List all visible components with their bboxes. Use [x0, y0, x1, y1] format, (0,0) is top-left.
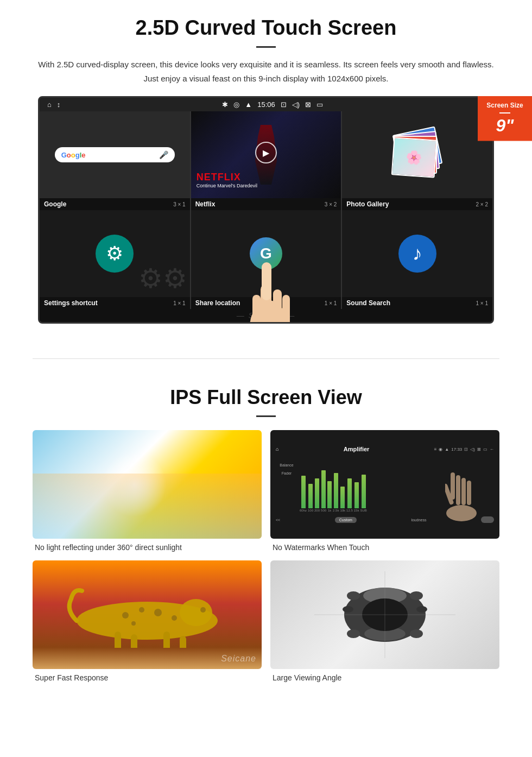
- eq-bar-9: [354, 482, 359, 508]
- eq-bar-3: [315, 478, 319, 508]
- sunlight-card-wrapper: No light reflecting under 360° direct su…: [33, 430, 262, 552]
- seicane-watermark: Seicane: [221, 654, 256, 664]
- custom-btn[interactable]: Custom: [335, 517, 357, 523]
- loudness-toggle[interactable]: [481, 516, 494, 523]
- settings-label: Settings shortcut 1 × 1: [40, 297, 190, 309]
- sound-app-size: 1 × 1: [476, 300, 488, 306]
- badge-label: Screen Size: [482, 102, 528, 110]
- svg-rect-9: [467, 481, 471, 505]
- svg-point-30: [347, 591, 360, 600]
- gallery-app-name: Photo Gallery: [346, 200, 389, 208]
- amp-main: Balance Fader 60hz 100: [276, 458, 494, 512]
- google-logo: Google: [61, 151, 86, 159]
- clock: 15:06: [257, 100, 275, 109]
- share-cell[interactable]: G: [191, 210, 341, 297]
- svg-rect-21: [131, 634, 137, 648]
- play-button[interactable]: ▶: [255, 142, 277, 163]
- svg-rect-4: [252, 295, 261, 324]
- fader-label: Fader: [276, 471, 297, 475]
- sound-label: Sound Search 1 × 1: [342, 297, 492, 309]
- section1-description: With 2.5D curved-display screen, this de…: [33, 58, 499, 85]
- car-image: [270, 560, 499, 669]
- netflix-cell[interactable]: ▶ NETFLIX Continue Marvel's Daredevil: [191, 111, 341, 198]
- settings-cell-inner: ⚙ ⚙⚙: [40, 210, 190, 297]
- gallery-label: Photo Gallery 2 × 2: [342, 198, 492, 210]
- svg-point-16: [172, 615, 177, 621]
- ghost-settings-icon: ⚙⚙: [138, 263, 187, 294]
- svg-rect-22: [163, 632, 170, 648]
- eq-bar-2: [308, 484, 313, 508]
- sky-gradient: [33, 474, 262, 539]
- svg-rect-7: [456, 475, 460, 505]
- bluetooth-icon: ✱: [222, 100, 228, 109]
- close-icon: ⊠: [305, 100, 311, 109]
- amplifier-card-wrapper: ⌂ Amplifier ≡◉▲17:33⊡◁)⊠▭← Balance Fader: [270, 430, 499, 552]
- amp-controls: ≡◉▲17:33⊡◁)⊠▭←: [434, 447, 494, 452]
- netflix-label: Netflix 3 × 2: [191, 198, 341, 210]
- photo-stack: 🌸: [390, 128, 445, 182]
- settings-icon-circle: ⚙: [96, 235, 134, 273]
- amp-header: ⌂ Amplifier ≡◉▲17:33⊡◁)⊠▭←: [276, 446, 494, 452]
- sound-cell[interactable]: ♪: [342, 210, 492, 297]
- gallery-app-size: 2 × 2: [476, 201, 488, 207]
- amp-title: Amplifier: [344, 446, 370, 452]
- section-divider: [33, 358, 499, 359]
- badge-divider: [499, 112, 510, 113]
- app-grid-row1: Google 🎤 ▶ N: [40, 111, 492, 198]
- device-screen: ⌂ ↕ ✱ ◎ ▲ 15:06 ⊡ ◁) ⊠ ▭: [38, 96, 494, 324]
- section1-title: 2.5D Curved Touch Screen: [33, 16, 499, 40]
- amplifier-caption: No Watermarks When Touch: [270, 543, 499, 552]
- photo-card-4: 🌸: [391, 137, 437, 178]
- music-note-icon: ♪: [413, 242, 422, 265]
- window-icon: ▭: [316, 100, 323, 109]
- section2-title: IPS Full Screen View: [33, 386, 499, 409]
- share-cell-inner: G: [191, 210, 341, 297]
- settings-app-size: 1 × 1: [173, 300, 186, 306]
- google-cell-inner: Google 🎤: [40, 111, 190, 198]
- sound-cell-inner: ♪: [342, 210, 492, 297]
- svg-point-15: [154, 609, 162, 616]
- location-icon: ◎: [233, 100, 239, 109]
- cheetah-caption: Super Fast Response: [33, 673, 262, 682]
- car-card: [270, 560, 499, 669]
- gallery-cell-inner: 🌸: [342, 111, 492, 198]
- cheetah-image: Seicane: [33, 560, 262, 669]
- home-icon[interactable]: ⌂: [47, 100, 52, 109]
- car-caption: Large Viewing Angle: [270, 673, 499, 682]
- google-search-bar[interactable]: Google 🎤: [55, 147, 175, 162]
- settings-cell[interactable]: ⚙ ⚙⚙: [40, 210, 190, 297]
- amp-home-icon: ⌂: [276, 446, 278, 452]
- settings-app-name: Settings shortcut: [44, 299, 98, 307]
- loudness-label: loudness: [411, 518, 426, 522]
- hand-on-screen: [445, 472, 478, 522]
- netflix-subtitle: Continue Marvel's Daredevil: [197, 183, 257, 188]
- google-app-name: Google: [44, 200, 66, 208]
- eq-bar-7: [340, 487, 345, 508]
- eq-bar-8: [347, 478, 352, 508]
- gallery-cell[interactable]: 🌸: [342, 111, 492, 198]
- microphone-icon[interactable]: 🎤: [159, 150, 168, 159]
- sunlight-card: [33, 430, 262, 539]
- netflix-logo: NETFLIX: [197, 172, 257, 183]
- image-grid-row1: No light reflecting under 360° direct su…: [33, 430, 499, 552]
- svg-rect-23: [180, 636, 186, 648]
- eq-bar-4: [321, 470, 326, 508]
- sound-icon-circle: ♪: [398, 235, 436, 273]
- sunlight-caption: No light reflecting under 360° direct su…: [33, 543, 262, 552]
- svg-point-31: [410, 591, 423, 600]
- section-curved-screen: 2.5D Curved Touch Screen With 2.5D curve…: [0, 0, 532, 337]
- svg-point-19: [200, 607, 206, 613]
- netflix-cell-inner: ▶ NETFLIX Continue Marvel's Daredevil: [191, 111, 341, 198]
- netflix-app-name: Netflix: [195, 200, 216, 208]
- svg-point-11: [446, 505, 477, 521]
- amplifier-image: ⌂ Amplifier ≡◉▲17:33⊡◁)⊠▭← Balance Fader: [270, 430, 499, 539]
- google-cell[interactable]: Google 🎤: [40, 111, 190, 198]
- eq-bars-container: 60hz 100 200: [300, 458, 494, 512]
- svg-point-14: [139, 607, 144, 613]
- flower-icon: 🌸: [406, 149, 423, 166]
- eq-bar-6: [334, 473, 338, 508]
- svg-point-18: [180, 599, 212, 626]
- svg-point-17: [131, 621, 136, 626]
- svg-rect-2: [273, 289, 282, 324]
- balance-label: Balance: [276, 463, 297, 467]
